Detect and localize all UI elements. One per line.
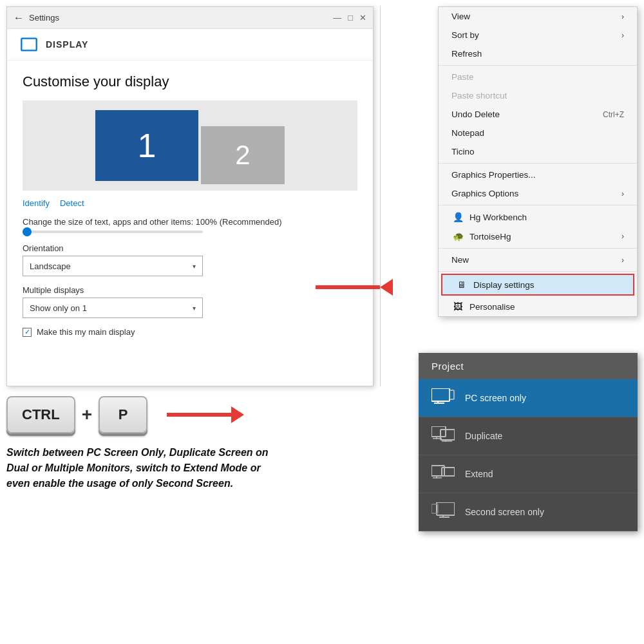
- ctx-notepad-label: Notepad: [451, 128, 484, 138]
- hg-workbench-icon: 👤: [451, 212, 464, 222]
- title-bar: ← Settings — □ ✕: [7, 7, 373, 29]
- ctx-graphics-properties[interactable]: Graphics Properties...: [439, 166, 637, 184]
- identify-link[interactable]: Identify: [23, 198, 50, 208]
- ctx-undo-delete-shortcut: Ctrl+Z: [603, 110, 624, 119]
- orientation-dropdown[interactable]: Landscape ▾: [23, 256, 203, 276]
- ctx-sort-by[interactable]: Sort by ›: [439, 26, 637, 44]
- slider-thumb[interactable]: [23, 227, 32, 236]
- ctx-graphics-properties-label: Graphics Properties...: [451, 170, 536, 180]
- ctx-graphics-options-label: Graphics Options: [451, 189, 518, 198]
- tortoisehg-icon: 🐢: [451, 231, 464, 242]
- svg-rect-1: [450, 390, 454, 399]
- ctx-tortoisehg[interactable]: 🐢 TortoiseHg ›: [439, 227, 637, 246]
- arrow-body-top: [316, 285, 380, 289]
- identify-detect-row: Identify Detect: [23, 198, 357, 208]
- ctx-personalise-left: 🖼 Personalise: [451, 301, 515, 312]
- window-title: Settings: [29, 13, 59, 23]
- project-item-pc-screen[interactable]: PC screen only: [419, 379, 638, 417]
- ctx-new[interactable]: New ›: [439, 251, 637, 269]
- ctx-undo-delete-label: Undo Delete: [451, 109, 500, 119]
- personalise-icon: 🖼: [451, 301, 464, 312]
- ctx-divider-1: [439, 65, 637, 66]
- ctx-paste: Paste: [439, 68, 637, 86]
- arrow-body-bottom: [167, 413, 231, 417]
- ctx-refresh[interactable]: Refresh: [439, 44, 637, 63]
- multiple-displays-group: Multiple displays Show only on 1 ▾: [23, 285, 357, 318]
- multiple-displays-value: Show only on 1: [30, 303, 87, 313]
- second-screen-label: Second screen only: [465, 507, 544, 517]
- keyboard-section: CTRL + P Switch between PC Screen Only, …: [6, 396, 367, 491]
- ctx-display-settings[interactable]: 🖥 Display settings: [442, 275, 633, 294]
- project-item-duplicate[interactable]: Duplicate: [419, 417, 638, 455]
- settings-window: ← Settings — □ ✕ DISPLAY Customise your …: [6, 6, 374, 386]
- detect-link[interactable]: Detect: [60, 198, 84, 208]
- display-preview: 1 2: [23, 100, 357, 191]
- ctx-sort-by-label: Sort by: [451, 30, 479, 40]
- minimize-button[interactable]: —: [333, 13, 341, 23]
- ctx-personalise[interactable]: 🖼 Personalise: [439, 297, 637, 316]
- size-slider[interactable]: [23, 231, 357, 233]
- extend-icon: [431, 464, 455, 484]
- project-item-second-screen[interactable]: Second screen only: [419, 493, 638, 531]
- duplicate-label: Duplicate: [465, 431, 502, 441]
- customise-title: Customise your display: [23, 73, 357, 90]
- context-menu: View › Sort by › Refresh Paste Paste sho…: [438, 6, 638, 317]
- ctx-paste-shortcut: Paste shortcut: [439, 86, 637, 105]
- duplicate-icon: [431, 426, 455, 446]
- slider-track: [23, 231, 203, 233]
- display-settings-icon: 🖥: [455, 279, 468, 290]
- ctx-personalise-label: Personalise: [469, 302, 515, 312]
- ctx-new-arrow: ›: [621, 256, 624, 265]
- project-item-extend[interactable]: Extend: [419, 455, 638, 493]
- close-button[interactable]: ✕: [359, 13, 366, 23]
- ctx-display-settings-left: 🖥 Display settings: [455, 279, 535, 290]
- ctx-sort-by-arrow: ›: [621, 31, 624, 40]
- multiple-displays-label: Multiple displays: [23, 285, 357, 295]
- svg-rect-14: [437, 502, 455, 515]
- description-text: Switch between PC Screen Only, Duplicate…: [6, 445, 277, 491]
- ctx-tortoisehg-arrow: ›: [621, 232, 624, 241]
- ctx-graphics-options-arrow: ›: [621, 189, 624, 198]
- orientation-label: Orientation: [23, 243, 357, 253]
- ctx-refresh-label: Refresh: [451, 49, 482, 59]
- ctx-undo-delete[interactable]: Undo Delete Ctrl+Z: [439, 105, 637, 124]
- maximize-button[interactable]: □: [348, 13, 353, 23]
- back-button[interactable]: ←: [14, 12, 24, 24]
- main-display-row: ✓ Make this my main display: [23, 327, 357, 337]
- pc-screen-label: PC screen only: [465, 393, 526, 403]
- orientation-group: Orientation Landscape ▾: [23, 243, 357, 276]
- main-display-checkbox[interactable]: ✓: [23, 328, 32, 337]
- ctx-ticino[interactable]: Ticino: [439, 142, 637, 161]
- size-label: Change the size of text, apps and other …: [23, 217, 357, 227]
- pc-screen-icon: [431, 388, 455, 408]
- svg-rect-4: [431, 426, 446, 437]
- ctx-hg-workbench[interactable]: 👤 Hg Workbench: [439, 207, 637, 227]
- ctx-view[interactable]: View ›: [439, 7, 637, 26]
- plus-sign: +: [82, 404, 92, 425]
- arrow-head-top: [380, 279, 393, 296]
- separator-line: [380, 6, 381, 386]
- ctx-notepad[interactable]: Notepad: [439, 124, 637, 142]
- project-header: Project: [419, 353, 638, 379]
- ctx-ticino-label: Ticino: [451, 147, 475, 156]
- ctx-divider-2: [439, 163, 637, 164]
- svg-rect-0: [431, 388, 450, 401]
- ctx-graphics-options[interactable]: Graphics Options ›: [439, 184, 637, 203]
- monitor-2[interactable]: 2: [201, 126, 285, 184]
- multiple-displays-arrow: ▾: [193, 305, 196, 312]
- ctx-paste-shortcut-label: Paste shortcut: [451, 91, 507, 100]
- settings-header-title: DISPLAY: [46, 39, 88, 50]
- orientation-value: Landscape: [30, 261, 71, 271]
- ctx-tortoisehg-label: TortoiseHg: [469, 232, 511, 242]
- settings-header: DISPLAY: [7, 29, 373, 61]
- orientation-arrow: ▾: [193, 263, 196, 270]
- ctx-hg-workbench-label: Hg Workbench: [469, 213, 527, 222]
- keys-row: CTRL + P: [6, 396, 244, 433]
- ctx-display-settings-label: Display settings: [473, 280, 535, 290]
- p-key: P: [99, 396, 147, 433]
- title-bar-controls: — □ ✕: [333, 13, 366, 23]
- ctx-paste-label: Paste: [451, 72, 474, 82]
- ctx-divider-5: [439, 271, 637, 272]
- multiple-displays-dropdown[interactable]: Show only on 1 ▾: [23, 298, 203, 318]
- monitor-1[interactable]: 1: [95, 110, 198, 181]
